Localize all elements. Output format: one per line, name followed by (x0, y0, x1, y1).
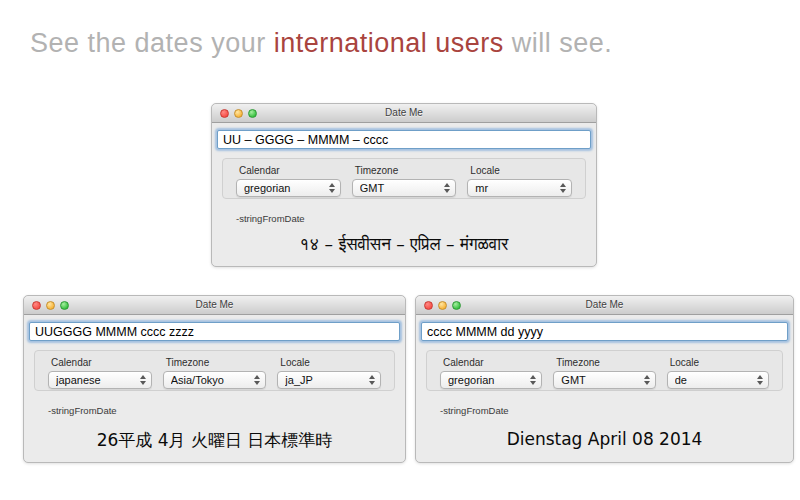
popup-stepper-icon (140, 375, 146, 385)
popup-stepper-icon (444, 183, 450, 193)
locale-popup-value: de (675, 374, 753, 386)
date-format-input[interactable] (29, 322, 400, 341)
calendar-control: Calendar gregorian (236, 163, 341, 198)
window-title: Date Me (416, 299, 793, 310)
locale-popup-value: ja_JP (285, 374, 365, 386)
locale-label: Locale (470, 165, 572, 176)
headline: See the dates your international users w… (30, 28, 612, 59)
popup-stepper-icon (757, 375, 763, 385)
calendar-label: Calendar (443, 357, 542, 368)
window-date-me-german: Date Me Calendar gregorian Timezone GMT … (415, 295, 794, 463)
calendar-control: Calendar japanese (48, 355, 152, 390)
formatted-date-output: 26平成 4月 火曜日 日本標準時 (24, 429, 405, 452)
popup-stepper-icon (254, 375, 260, 385)
popup-stepper-icon (530, 375, 536, 385)
timezone-popup-value: Asia/Tokyo (171, 374, 251, 386)
headline-prefix: See the dates your (30, 28, 274, 58)
calendar-popup-value: gregorian (448, 374, 526, 386)
headline-suffix: will see. (504, 28, 613, 58)
window-title: Date Me (212, 107, 596, 118)
options-groupbox: Calendar japanese Timezone Asia/Tokyo Lo… (34, 350, 395, 391)
timezone-popup[interactable]: GMT (352, 179, 457, 197)
locale-popup[interactable]: de (667, 371, 769, 389)
window-title: Date Me (24, 299, 405, 310)
timezone-control: Timezone GMT (352, 163, 457, 198)
window-date-me-marathi: Date Me Calendar gregorian Timezone GMT … (211, 103, 597, 267)
calendar-popup[interactable]: japanese (48, 371, 152, 389)
options-groupbox: Calendar gregorian Timezone GMT Locale m… (222, 158, 586, 199)
formatted-date-output: Dienstag April 08 2014 (416, 429, 793, 449)
calendar-popup[interactable]: gregorian (440, 371, 542, 389)
timezone-popup[interactable]: Asia/Tokyo (163, 371, 267, 389)
timezone-control: Timezone GMT (553, 355, 655, 390)
popup-stepper-icon (644, 375, 650, 385)
timezone-popup[interactable]: GMT (553, 371, 655, 389)
calendar-control: Calendar gregorian (440, 355, 542, 390)
options-groupbox: Calendar gregorian Timezone GMT Locale d… (426, 350, 783, 391)
date-format-input[interactable] (421, 322, 788, 341)
locale-label: Locale (670, 357, 769, 368)
titlebar[interactable]: Date Me (24, 296, 405, 315)
popup-stepper-icon (369, 375, 375, 385)
titlebar[interactable]: Date Me (416, 296, 793, 315)
timezone-popup-value: GMT (360, 182, 441, 194)
locale-label: Locale (280, 357, 381, 368)
locale-control: Locale de (667, 355, 769, 390)
timezone-control: Timezone Asia/Tokyo (163, 355, 267, 390)
method-label: -stringFromDate (236, 213, 596, 224)
date-format-input[interactable] (217, 130, 591, 149)
popup-stepper-icon (329, 183, 335, 193)
formatted-date-output: १४ – ईसवीसन – एप्रिल – मंगळवार (212, 234, 596, 254)
slide: See the dates your international users w… (0, 0, 800, 500)
locale-popup-value: mr (475, 182, 556, 194)
window-date-me-japanese: Date Me Calendar japanese Timezone Asia/… (23, 295, 406, 463)
locale-popup[interactable]: mr (467, 179, 572, 197)
calendar-popup-value: japanese (56, 374, 136, 386)
calendar-label: Calendar (51, 357, 152, 368)
locale-control: Locale mr (467, 163, 572, 198)
calendar-popup[interactable]: gregorian (236, 179, 341, 197)
locale-popup[interactable]: ja_JP (277, 371, 381, 389)
popup-stepper-icon (560, 183, 566, 193)
locale-control: Locale ja_JP (277, 355, 381, 390)
method-label: -stringFromDate (48, 405, 405, 416)
timezone-popup-value: GMT (561, 374, 639, 386)
titlebar[interactable]: Date Me (212, 104, 596, 123)
headline-highlight: international users (274, 28, 504, 58)
timezone-label: Timezone (166, 357, 267, 368)
calendar-popup-value: gregorian (244, 182, 325, 194)
calendar-label: Calendar (239, 165, 341, 176)
timezone-label: Timezone (556, 357, 655, 368)
method-label: -stringFromDate (440, 405, 793, 416)
timezone-label: Timezone (355, 165, 457, 176)
